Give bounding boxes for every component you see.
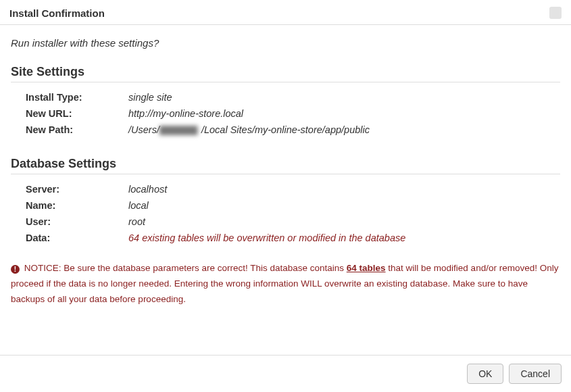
site-settings-table: Install Type: single site New URL: http:… (26, 89, 560, 138)
label-new-url: New URL: (26, 108, 128, 119)
notice-text-pre: NOTICE: Be sure the database parameters … (24, 263, 347, 273)
label-new-path: New Path: (26, 124, 128, 135)
value-server: localhost (128, 184, 167, 195)
row-server: Server: localhost (26, 181, 560, 197)
value-new-path: /Users/██████/Local Sites/my-online-stor… (128, 124, 370, 135)
path-prefix: /Users/ (128, 124, 159, 135)
divider (11, 174, 560, 174)
dialog-header: Install Confirmation (0, 0, 571, 25)
label-user: User: (26, 216, 128, 227)
database-settings-table: Server: localhost Name: local User: root… (26, 181, 560, 246)
confirmation-prompt: Run installer with these settings? (11, 37, 560, 49)
divider (11, 82, 560, 82)
dialog-content: Run installer with these settings? Site … (0, 25, 571, 324)
label-server: Server: (26, 184, 128, 195)
warning-icon: ! (11, 265, 20, 274)
label-data: Data: (26, 232, 128, 243)
row-install-type: Install Type: single site (26, 89, 560, 105)
notice-text-strong: 64 tables (347, 263, 386, 273)
value-new-url: http://my-online-store.local (128, 108, 243, 119)
label-name: Name: (26, 200, 128, 211)
label-install-type: Install Type: (26, 92, 128, 103)
row-new-url: New URL: http://my-online-store.local (26, 105, 560, 122)
path-redacted: ██████ (159, 126, 201, 135)
notice-block: ! NOTICE: Be sure the database parameter… (11, 258, 560, 317)
dialog-title: Install Confirmation (9, 7, 105, 19)
value-install-type: single site (128, 92, 172, 103)
cancel-button[interactable]: Cancel (509, 364, 562, 384)
ok-button[interactable]: OK (467, 364, 503, 384)
path-suffix: /Local Sites/my-online-store/app/public (201, 124, 370, 135)
section-title-database: Database Settings (11, 157, 560, 171)
value-data: 64 existing tables will be overwritten o… (128, 232, 405, 243)
close-icon[interactable] (549, 7, 562, 19)
value-name: local (128, 200, 149, 211)
row-name: Name: local (26, 197, 560, 214)
value-user: root (128, 216, 145, 227)
section-title-site: Site Settings (11, 65, 560, 79)
row-data: Data: 64 existing tables will be overwri… (26, 230, 560, 246)
dialog-footer: OK Cancel (0, 355, 571, 392)
row-new-path: New Path: /Users/██████/Local Sites/my-o… (26, 122, 560, 138)
row-user: User: root (26, 214, 560, 230)
